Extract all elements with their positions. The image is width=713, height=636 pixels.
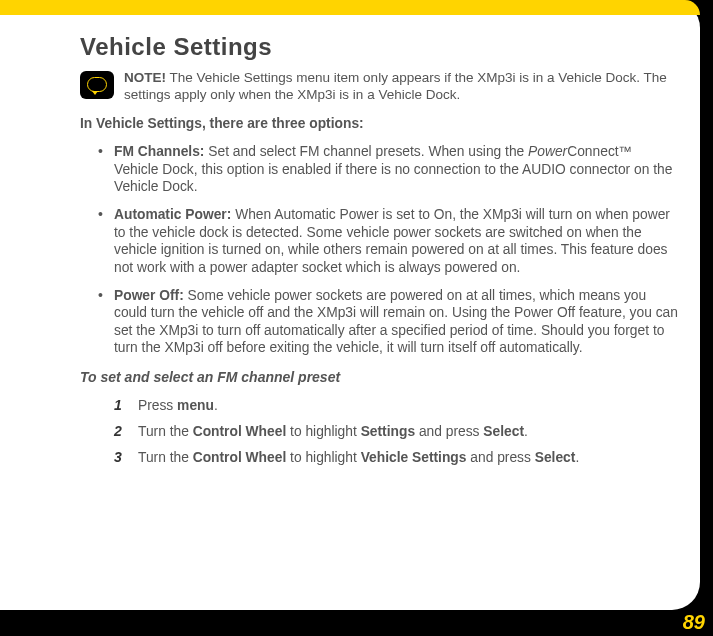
- step-text: .: [575, 450, 579, 465]
- step-text: and press: [466, 450, 534, 465]
- step-text: Turn the: [138, 424, 193, 439]
- step-item: 1 Press menu.: [114, 397, 680, 415]
- option-text: Some vehicle power sockets are powered o…: [114, 288, 678, 356]
- note-body: The Vehicle Settings menu item only appe…: [124, 70, 667, 102]
- steps-list: 1 Press menu. 2 Turn the Control Wheel t…: [114, 397, 680, 467]
- step-item: 2 Turn the Control Wheel to highlight Se…: [114, 423, 680, 441]
- step-text: and press: [415, 424, 483, 439]
- step-bold: Select: [535, 450, 576, 465]
- note-text: NOTE! The Vehicle Settings menu item onl…: [124, 69, 680, 104]
- italic-word: Power: [528, 144, 567, 159]
- list-item: Power Off: Some vehicle power sockets ar…: [114, 287, 680, 358]
- step-bold: menu: [177, 398, 214, 413]
- step-text: Press: [138, 398, 177, 413]
- option-text: Set and select FM channel presets. When …: [208, 144, 528, 159]
- page-number: 89: [683, 611, 705, 634]
- step-text: to highlight: [286, 450, 360, 465]
- step-body: Press menu.: [138, 397, 680, 415]
- note-icon: [80, 71, 114, 99]
- note-block: NOTE! The Vehicle Settings menu item onl…: [80, 69, 680, 104]
- step-body: Turn the Control Wheel to highlight Sett…: [138, 423, 680, 441]
- list-item: Automatic Power: When Automatic Power is…: [114, 206, 680, 277]
- step-body: Turn the Control Wheel to highlight Vehi…: [138, 449, 680, 467]
- step-number: 2: [114, 423, 138, 441]
- document-page: Vehicle Settings NOTE! The Vehicle Setti…: [0, 0, 700, 610]
- step-number: 3: [114, 449, 138, 467]
- step-number: 1: [114, 397, 138, 415]
- step-bold: Vehicle Settings: [361, 450, 467, 465]
- step-item: 3 Turn the Control Wheel to highlight Ve…: [114, 449, 680, 467]
- subheading: To set and select an FM channel preset: [80, 369, 680, 387]
- intro-text: In Vehicle Settings, there are three opt…: [80, 115, 680, 133]
- page-title: Vehicle Settings: [80, 32, 680, 63]
- header-band: [0, 0, 700, 15]
- option-label: FM Channels:: [114, 144, 204, 159]
- option-label: Automatic Power:: [114, 207, 231, 222]
- step-bold: Control Wheel: [193, 450, 287, 465]
- step-bold: Control Wheel: [193, 424, 287, 439]
- page-content: Vehicle Settings NOTE! The Vehicle Setti…: [80, 32, 680, 475]
- options-list: FM Channels: Set and select FM channel p…: [114, 143, 680, 357]
- step-text: to highlight: [286, 424, 360, 439]
- step-text: Turn the: [138, 450, 193, 465]
- speech-bubble-icon: [87, 77, 107, 92]
- step-bold: Select: [483, 424, 524, 439]
- step-text: .: [214, 398, 218, 413]
- option-label: Power Off:: [114, 288, 184, 303]
- step-text: .: [524, 424, 528, 439]
- note-label: NOTE!: [124, 70, 166, 85]
- step-bold: Settings: [361, 424, 415, 439]
- list-item: FM Channels: Set and select FM channel p…: [114, 143, 680, 196]
